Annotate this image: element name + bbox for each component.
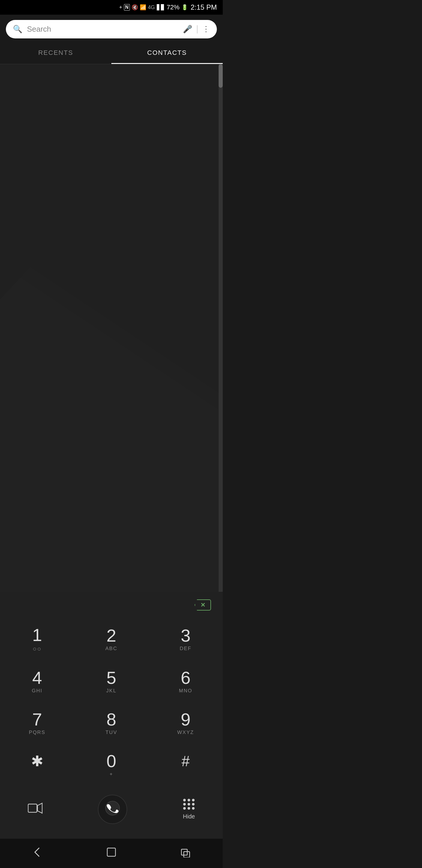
wifi-icon: 📶 [140, 4, 146, 10]
dial-number-6: 6 [181, 669, 191, 687]
dial-number-0: 0 [106, 752, 116, 770]
svg-rect-8 [182, 849, 187, 855]
dial-key-7[interactable]: 7 PQRS [0, 703, 74, 744]
dial-letters-4: GHI [32, 688, 42, 694]
dial-key-4[interactable]: 4 GHI [0, 661, 74, 703]
dial-number-2: 2 [106, 627, 116, 645]
action-bar: Hide [0, 789, 223, 833]
battery-level: 72% [167, 3, 180, 11]
dial-key-2[interactable]: 2 ABC [74, 618, 148, 661]
dial-key-star[interactable]: ✱ [0, 744, 74, 786]
nfc-icon: N [124, 4, 130, 10]
recents-button[interactable] [180, 847, 191, 860]
dial-number-1: 1 [32, 626, 42, 644]
dial-number-4: 4 [32, 669, 42, 687]
home-button[interactable] [106, 847, 117, 860]
search-divider [197, 25, 197, 33]
dialpad-area: ✕ 1 ○○ 2 ABC 3 DEF 4 GHI 5 JKL [0, 592, 223, 839]
dial-letters-5: JKL [106, 688, 116, 694]
mute-icon: 🔇 [132, 4, 138, 10]
more-options-icon[interactable]: ⋮ [202, 25, 210, 34]
home-icon [106, 847, 117, 860]
dial-letters-7: PQRS [29, 730, 45, 736]
svg-point-6 [105, 801, 120, 815]
dial-letters-0: + [109, 771, 113, 778]
video-call-button[interactable] [28, 803, 42, 816]
search-icon: 🔍 [13, 25, 22, 34]
battery-icon: 🔋 [182, 4, 188, 10]
dial-key-pound[interactable]: # [149, 744, 223, 786]
dial-letters-6: MNO [179, 688, 192, 694]
svg-marker-5 [37, 803, 42, 813]
recents-icon [180, 847, 191, 860]
tab-bar: RECENTS CONTACTS [0, 42, 223, 64]
scrollbar-track[interactable] [219, 64, 223, 592]
dial-number-pound: # [182, 754, 190, 769]
video-icon [28, 803, 42, 816]
call-button[interactable] [98, 795, 127, 824]
dial-letters-1: ○○ [33, 645, 42, 653]
backspace-button[interactable]: ✕ [195, 598, 211, 612]
status-icons: + N 🔇 📶 4G ▋▊ 72% 🔋 2:15 PM [119, 3, 217, 11]
dial-key-5[interactable]: 5 JKL [74, 661, 148, 703]
dial-letters-8: TUV [105, 730, 117, 736]
dial-key-1[interactable]: 1 ○○ [0, 618, 74, 661]
svg-rect-9 [184, 851, 190, 858]
dial-key-0[interactable]: 0 + [74, 744, 148, 786]
dots-grid-icon [183, 799, 195, 810]
dial-key-3[interactable]: 3 DEF [149, 618, 223, 661]
signal-icon: ▋▊ [157, 4, 165, 10]
backspace-icon: ✕ [195, 599, 211, 611]
search-placeholder[interactable]: Search [27, 25, 178, 34]
back-icon [32, 847, 42, 860]
search-bar[interactable]: 🔍 Search 🎤 ⋮ [6, 20, 217, 38]
dial-letters-3: DEF [180, 646, 191, 652]
phone-icon [105, 801, 120, 818]
svg-rect-7 [107, 848, 116, 856]
hide-dialpad-button[interactable]: Hide [183, 799, 195, 820]
nav-bar [0, 839, 223, 868]
svg-rect-4 [28, 804, 37, 812]
dial-key-6[interactable]: 6 MNO [149, 661, 223, 703]
time-display: 2:15 PM [191, 3, 217, 11]
dialpad-grid: 1 ○○ 2 ABC 3 DEF 4 GHI 5 JKL 6 MNO 7 [0, 615, 223, 789]
dial-number-7: 7 [32, 711, 42, 728]
dial-key-8[interactable]: 8 TUV [74, 703, 148, 744]
dial-number-9: 9 [181, 711, 191, 728]
tab-recents[interactable]: RECENTS [0, 42, 111, 64]
background-pattern [0, 64, 223, 592]
dial-letters-2: ABC [105, 646, 118, 652]
network-type: 4G [148, 4, 155, 10]
dial-number-5: 5 [106, 669, 116, 687]
tab-contacts[interactable]: CONTACTS [111, 42, 223, 64]
scrollbar-thumb[interactable] [219, 64, 223, 88]
back-button[interactable] [32, 847, 42, 860]
hide-label: Hide [183, 813, 195, 820]
dialpad-top-row: ✕ [0, 592, 223, 615]
dial-letters-9: WXYZ [177, 730, 194, 736]
mic-icon[interactable]: 🎤 [183, 25, 192, 34]
dial-key-9[interactable]: 9 WXYZ [149, 703, 223, 744]
content-area [0, 64, 223, 592]
search-container: 🔍 Search 🎤 ⋮ [0, 15, 223, 42]
dial-number-3: 3 [181, 627, 191, 645]
dial-number-8: 8 [106, 711, 116, 728]
dial-number-star: ✱ [31, 754, 43, 769]
status-bar: + N 🔇 📶 4G ▋▊ 72% 🔋 2:15 PM [0, 0, 223, 15]
bluetooth-icon: + [119, 4, 122, 10]
